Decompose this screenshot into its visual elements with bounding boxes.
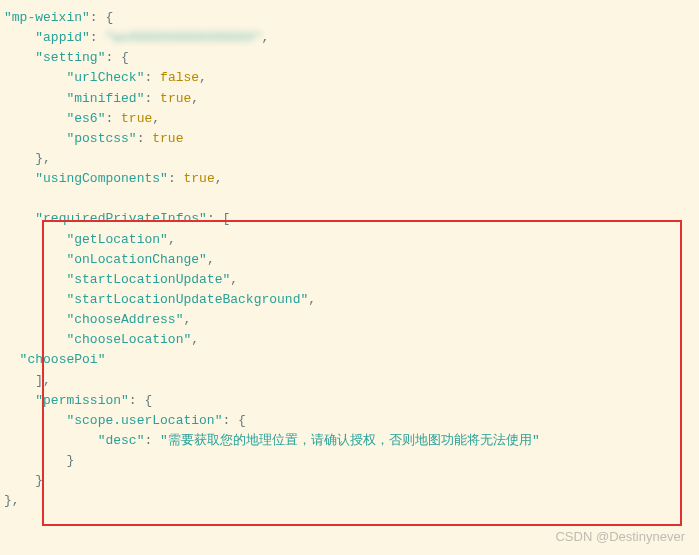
json-key: "desc" xyxy=(98,433,145,448)
json-key: "es6" xyxy=(66,111,105,126)
json-string: "getLocation" xyxy=(66,232,167,247)
json-bool: false xyxy=(160,70,199,85)
json-key: "mp-weixin" xyxy=(4,10,90,25)
json-bool: true xyxy=(121,111,152,126)
json-key: "requiredPrivateInfos" xyxy=(35,211,207,226)
json-key: "scope.userLocation" xyxy=(66,413,222,428)
json-key: "permission" xyxy=(35,393,129,408)
json-bool: true xyxy=(152,131,183,146)
json-string: "onLocationChange" xyxy=(66,252,206,267)
json-key: "minified" xyxy=(66,91,144,106)
json-string: "需要获取您的地理位置，请确认授权，否则地图功能将无法使用" xyxy=(160,433,540,448)
json-string: "chooseAddress" xyxy=(66,312,183,327)
json-string: "chooseLocation" xyxy=(66,332,191,347)
json-bool: true xyxy=(160,91,191,106)
json-key: "usingComponents" xyxy=(35,171,168,186)
json-key: "appid" xyxy=(35,30,90,45)
code-block: "mp-weixin": { "appid": "wxXXXXXXXXXXXXX… xyxy=(4,8,695,512)
appid-value: "wxXXXXXXXXXXXXXXXX" xyxy=(105,30,261,45)
json-key: "setting" xyxy=(35,50,105,65)
watermark: CSDN @Destinynever xyxy=(555,527,685,547)
json-key: "postcss" xyxy=(66,131,136,146)
json-string: "startLocationUpdate" xyxy=(66,272,230,287)
json-string: "choosePoi" xyxy=(20,352,106,367)
json-key: "urlCheck" xyxy=(66,70,144,85)
json-string: "startLocationUpdateBackground" xyxy=(66,292,308,307)
json-bool: true xyxy=(183,171,214,186)
